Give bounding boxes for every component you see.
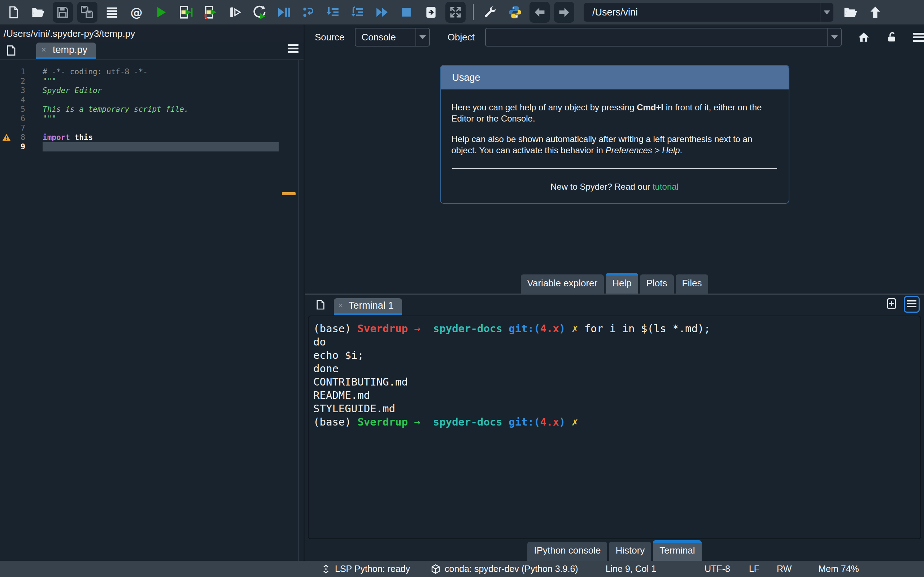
terminal-line: (base) Sverdrup → spyder-docs git:(4.x) … [313,416,921,429]
terminal-line: (base) Sverdrup → spyder-docs git:(4.x) … [313,322,921,335]
code-line-7[interactable]: 7 [0,123,304,133]
save-all-button[interactable] [77,2,97,23]
terminal-line: CONTRIBUTING.md [313,376,921,389]
rerun-cell-button[interactable] [249,2,269,23]
hamburger-menu-icon [913,31,924,44]
pane-tab-history[interactable]: History [609,542,651,561]
main-split: /Users/vini/.spyder-py3/temp.py × temp.p… [0,25,924,561]
maximize-pane-button[interactable] [421,2,441,23]
pane-tab-plots[interactable]: Plots [640,274,674,293]
terminal-output[interactable]: (base) Sverdrup → spyder-docs git:(4.x) … [308,316,921,539]
usage-footer: New to Spyder? Read our tutorial [452,181,778,192]
new-file-button[interactable] [3,2,24,23]
lock-button[interactable] [886,31,898,43]
debug-continue-button[interactable] [372,2,392,23]
run-selection-icon [228,5,241,19]
debug-file-button[interactable] [274,2,294,23]
code-editor[interactable]: 1# -*- coding: utf-8 -*-2"""3Spyder Edit… [0,60,304,561]
warning-scroll-marker[interactable] [282,192,296,195]
python-env-icon [508,5,522,19]
forward-icon [557,5,571,19]
open-directory-button[interactable] [841,2,861,23]
pane-tab-help[interactable]: Help [606,273,638,293]
memory-status: Mem 74% [818,564,859,574]
code-line-5[interactable]: 5This is a temporary script file. [0,105,304,114]
code-line-4[interactable]: 4 [0,95,304,105]
editor-tabbar: × temp.py [0,42,304,60]
code-line-3[interactable]: 3Spyder Editor [0,86,304,95]
spyder-window: @ /Users/vini /Users/vini/.spyder-py3/te… [0,0,924,577]
code-line-1[interactable]: 1# -*- coding: utf-8 -*- [0,67,304,76]
pane-tab-variable-explorer[interactable]: Variable explorer [521,274,604,293]
file-path-label: /Users/vini/.spyder-py3/temp.py [3,28,135,39]
forward-button[interactable] [554,2,574,23]
chevron-down-icon [824,10,830,15]
editor-options-button[interactable] [288,42,299,56]
run-cell-advance-button[interactable] [200,2,220,23]
python-env-button[interactable] [505,2,525,23]
code-line-8[interactable]: 8import this [0,133,304,142]
working-directory-dropdown[interactable] [820,3,834,22]
home-button[interactable] [857,30,871,44]
source-combobox[interactable]: Console [355,28,430,47]
browse-tabs-button[interactable] [3,43,19,58]
parent-directory-button[interactable] [865,2,885,23]
browse-tabs-icon [5,44,17,56]
back-button[interactable] [530,2,550,23]
debug-stop-button[interactable] [396,2,417,23]
line-number: 6 [13,114,25,123]
status-bar: LSP Python: ready conda: spyder-dev (Pyt… [0,561,924,577]
run-cell-button[interactable] [175,2,195,23]
file-switcher-icon [105,5,119,19]
close-icon[interactable]: × [338,301,343,310]
code-line-2[interactable]: 2""" [0,76,304,86]
line-number: 3 [13,86,25,95]
help-header: Source Console Object [305,25,924,49]
browse-tabs-button[interactable] [312,297,329,313]
hamburger-menu-icon [288,42,299,55]
pane-tab-terminal[interactable]: Terminal [653,540,701,561]
right-top-pane-tabs: Variable explorerHelpPlotsFiles [305,272,924,293]
debug-step-into-button[interactable] [323,2,343,23]
run-file-button[interactable] [151,2,171,23]
source-value: Console [355,32,415,43]
conda-env-status: conda: spyder-dev (Python 3.9.6) [430,564,578,574]
run-cell-icon [178,5,193,20]
close-icon[interactable]: × [41,45,46,55]
code-line-6[interactable]: 6""" [0,114,304,123]
eol-status: LF [749,564,759,574]
new-terminal-button[interactable] [885,297,898,311]
code-text [43,95,279,105]
help-options-button[interactable] [913,31,924,44]
source-dropdown[interactable] [415,29,429,46]
shortcut-text: Cmd+I [637,102,663,112]
code-text: This is a temporary script file. [43,105,279,114]
preferences-button[interactable] [480,2,501,23]
preferences-icon [484,5,498,19]
terminal-tab[interactable]: × Terminal 1 [334,298,402,315]
usage-card-title: Usage [441,66,789,89]
save-icon [56,5,69,19]
code-text: import this [43,133,279,142]
pane-tab-ipython-console[interactable]: IPython console [527,542,607,561]
editor-tab-temp-py[interactable]: × temp.py [36,43,96,59]
object-dropdown[interactable] [827,29,841,46]
code-lines: 1# -*- coding: utf-8 -*-2"""3Spyder Edit… [0,67,304,152]
terminal-options-button[interactable] [904,296,920,313]
open-file-button[interactable] [28,2,48,23]
lsp-transmit-icon [320,564,331,574]
working-directory-combobox[interactable]: /Users/vini [584,3,834,22]
run-selection-button[interactable] [225,2,245,23]
working-directory-value: /Users/vini [584,7,820,18]
code-line-9[interactable]: 9 [0,142,304,152]
fullscreen-button[interactable] [446,2,465,23]
find-symbol-button[interactable]: @ [126,2,147,23]
save-button[interactable] [53,2,73,23]
debug-run-line-button[interactable] [298,2,318,23]
pane-tab-files[interactable]: Files [676,274,709,293]
tutorial-link[interactable]: tutorial [653,182,678,192]
debug-step-return-button[interactable] [347,2,367,23]
file-switcher-button[interactable] [102,2,122,23]
object-combobox[interactable] [485,28,842,47]
editor-scrollbar[interactable] [298,60,304,561]
